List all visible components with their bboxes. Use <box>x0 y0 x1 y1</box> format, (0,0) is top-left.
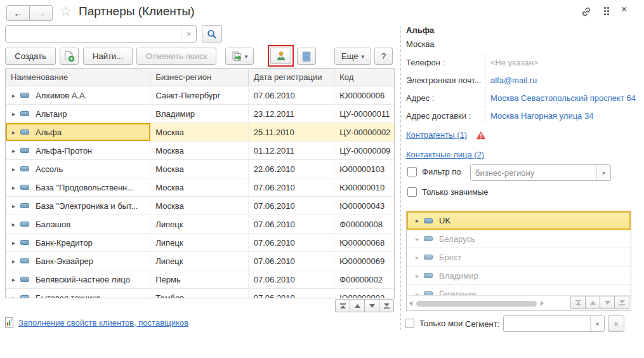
table-row[interactable]: ▸ Банк-Кредитор Липецк 07.06.2010 Ю00000… <box>6 234 394 252</box>
partner-name-cell[interactable]: ▸ Алхимов А.А. <box>6 86 150 104</box>
expand-arrow-icon[interactable]: ▸ <box>12 276 15 283</box>
detail-link[interactable]: Контактные лица (2) <box>406 150 484 159</box>
expand-arrow-icon[interactable]: ▸ <box>416 235 419 242</box>
close-icon[interactable]: × <box>621 4 627 15</box>
scrollbar-thumb[interactable] <box>416 301 537 307</box>
expand-arrow-icon[interactable]: ▸ <box>12 166 15 173</box>
expand-arrow-icon[interactable]: ▸ <box>12 129 15 136</box>
partner-date-cell[interactable]: 25.11.2010 <box>249 123 335 141</box>
partner-code-cell[interactable]: Ю00000006 <box>334 86 394 104</box>
partner-name-cell[interactable]: ▸ Банк-Эквайрер <box>6 252 150 270</box>
partner-region-cell[interactable]: Владимир <box>150 105 249 123</box>
partner-date-cell[interactable]: 01.12.2011 <box>249 142 335 159</box>
expand-arrow-icon[interactable]: ▸ <box>12 110 15 117</box>
table-row[interactable]: ▸ Альфа Москва 25.11.2010 ЦУ-00000002 <box>6 123 394 142</box>
scroll-down-button[interactable] <box>364 299 379 312</box>
search-button[interactable] <box>202 25 222 43</box>
partner-date-cell[interactable]: 07.06.2010 <box>249 234 335 251</box>
segment-clear-button[interactable]: × <box>608 315 624 332</box>
partner-date-cell[interactable]: 07.06.2010 <box>249 289 335 298</box>
combo-dropdown-icon[interactable]: ▾ <box>596 165 610 180</box>
scroll-right-icon[interactable] <box>541 301 544 306</box>
region-row[interactable]: ▸ Беларусь <box>407 230 631 248</box>
table-row[interactable]: ▸ Банк-Эквайрер Липецк 07.06.2010 Ю00000… <box>6 252 394 270</box>
scroll-up-button[interactable] <box>585 296 600 309</box>
expand-arrow-icon[interactable]: ▸ <box>12 202 15 209</box>
column-header-name[interactable]: Наименование <box>6 69 150 86</box>
search-input[interactable] <box>6 26 181 42</box>
expand-arrow-icon[interactable]: ▸ <box>416 254 419 261</box>
scroll-up-button[interactable] <box>350 299 365 312</box>
partner-region-cell[interactable]: Москва <box>150 160 249 178</box>
segment-combo[interactable]: ▾ <box>503 315 605 332</box>
expand-arrow-icon[interactable]: ▸ <box>12 184 15 191</box>
get-link-icon[interactable] <box>580 6 593 17</box>
table-row[interactable]: ▸ Белявский-частное лицо Пермь 07.06.201… <box>6 270 394 289</box>
partner-date-cell[interactable]: 07.06.2010 <box>249 178 335 196</box>
scroll-to-bottom-button[interactable] <box>614 296 629 309</box>
partner-region-cell[interactable]: Москва <box>150 142 249 159</box>
scroll-to-top-button[interactable] <box>570 296 586 309</box>
partner-date-cell[interactable]: 07.06.2010 <box>249 270 335 288</box>
horizontal-scrollbar[interactable] <box>409 300 556 307</box>
detail-field-value[interactable]: Москва Нагорная улица 34 <box>485 107 640 124</box>
only-mine-checkbox[interactable] <box>405 319 414 328</box>
region-row[interactable]: ▸ Владимир <box>407 267 631 285</box>
help-button[interactable]: ? <box>374 48 393 65</box>
scroll-left-icon[interactable] <box>409 301 412 306</box>
partner-code-cell[interactable]: Ю00000010 <box>334 178 394 196</box>
partner-date-cell[interactable]: 23.12.2011 <box>249 105 335 123</box>
partner-name-cell[interactable]: ▸ Ассоль <box>6 160 150 178</box>
partner-code-cell[interactable]: ЦУ-00000002 <box>334 123 394 141</box>
table-row[interactable]: ▸ Балашов Липецк 07.06.2010 Ф00000008 <box>6 215 394 234</box>
partner-code-cell[interactable]: Ю00000069 <box>334 252 394 270</box>
column-header-date[interactable]: Дата регистрации <box>249 69 335 86</box>
partner-name-cell[interactable]: ▸ База "Электроника и быт... <box>6 197 150 215</box>
table-row[interactable]: ▸ База "Электроника и быт... Москва 07.0… <box>6 197 394 215</box>
cancel-search-button[interactable]: Отменить поиск <box>136 48 216 65</box>
expand-arrow-icon[interactable]: ▸ <box>12 239 15 246</box>
scroll-to-bottom-button[interactable] <box>379 299 394 312</box>
table-row[interactable]: ▸ Алхимов А.А. Санкт-Петербург 07.06.201… <box>6 86 394 105</box>
filter-by-combo[interactable]: бизнес-региону ▾ <box>470 164 611 181</box>
partner-name-cell[interactable]: ▸ Балашов <box>6 215 150 233</box>
partner-date-cell[interactable]: 22.06.2010 <box>249 160 335 178</box>
column-header-code[interactable]: Код <box>334 69 394 86</box>
partner-region-cell[interactable]: Тамбов <box>150 289 249 298</box>
expand-arrow-icon[interactable]: ▸ <box>12 295 15 299</box>
expand-arrow-icon[interactable]: ▸ <box>12 147 15 154</box>
only-significant-checkbox[interactable] <box>407 187 417 197</box>
partner-region-cell[interactable]: Москва <box>150 197 249 215</box>
partner-name-cell[interactable]: ▸ Альфа <box>6 123 150 141</box>
fill-properties-link[interactable]: Заполнение свойств клиентов, поставщиков <box>18 318 188 328</box>
table-row[interactable]: ▸ База "Продовольственн... Москва 07.06.… <box>6 178 394 197</box>
detail-field-value[interactable]: alfa@mail.ru <box>485 71 640 89</box>
filter-by-checkbox[interactable] <box>407 167 417 176</box>
partner-code-cell[interactable]: ЦУ-00000011 <box>334 105 394 123</box>
partner-region-cell[interactable]: Липецк <box>150 215 249 233</box>
search-clear-icon[interactable]: × <box>181 26 196 42</box>
copy-actions-dropdown-button[interactable]: ▾ <box>225 48 254 65</box>
partner-date-cell[interactable]: 07.06.2010 <box>249 86 335 104</box>
more-options-kebab-icon[interactable] <box>604 7 609 15</box>
expand-arrow-icon[interactable]: ▸ <box>12 92 15 99</box>
find-button[interactable]: Найти... <box>83 48 133 65</box>
list-view-button[interactable] <box>297 48 316 65</box>
favorite-star-icon[interactable]: ☆ <box>60 4 72 19</box>
partner-code-cell[interactable]: Ю00000068 <box>334 234 394 251</box>
partner-date-cell[interactable]: 07.06.2010 <box>249 215 335 233</box>
combo-dropdown-icon[interactable]: ▾ <box>590 316 604 331</box>
clients-mode-button[interactable] <box>270 48 291 64</box>
partner-region-cell[interactable]: Москва <box>150 178 249 196</box>
table-row[interactable]: ▸ Альфа-Протон Москва 01.12.2011 ЦУ-0000… <box>6 142 394 160</box>
detail-link[interactable]: Контрагенты (1) <box>406 130 467 140</box>
partner-code-cell[interactable]: Ф00000008 <box>334 215 394 233</box>
create-button[interactable]: Создать <box>5 48 56 65</box>
partner-region-cell[interactable]: Пермь <box>150 270 249 288</box>
scroll-down-button[interactable] <box>600 296 615 309</box>
partner-name-cell[interactable]: ▸ Альтаир <box>6 105 150 123</box>
expand-arrow-icon[interactable]: ▸ <box>12 258 15 265</box>
partner-name-cell[interactable]: ▸ Альфа-Протон <box>6 142 150 159</box>
partner-code-cell[interactable]: Ф00000002 <box>334 270 394 288</box>
partner-code-cell[interactable]: Ю00000002 <box>334 289 394 298</box>
